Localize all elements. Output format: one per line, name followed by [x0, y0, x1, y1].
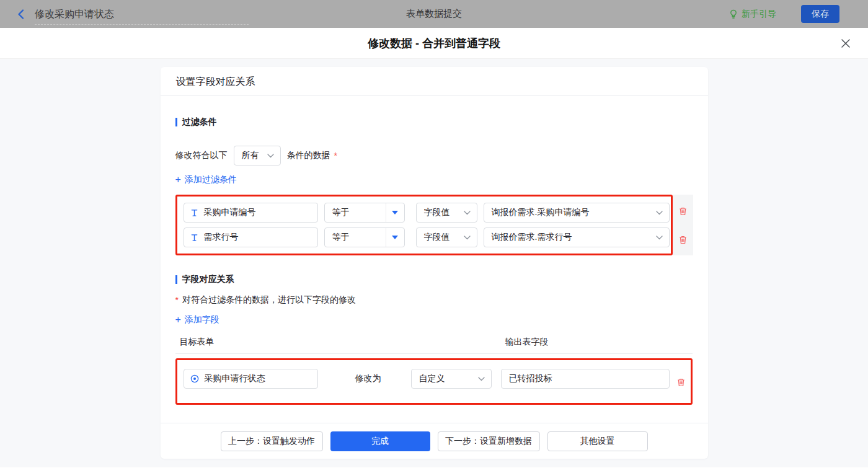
- match-prefix-label: 修改符合以下: [175, 150, 228, 161]
- table-header-divider: [175, 353, 693, 354]
- filter-operator-select[interactable]: 等于: [324, 203, 405, 223]
- filter-value-type: 字段值: [424, 232, 450, 243]
- highlight-box-filters: 采购申请编号 等于 字段值: [175, 195, 673, 255]
- modal-body: 设置字段对应关系 过滤条件 修改符合以下 所有 条件的数据: [0, 59, 868, 467]
- filter-value: 询报价需求.采购申请编号: [492, 207, 590, 218]
- mapping-field-select[interactable]: 采购申请行状态: [184, 369, 318, 389]
- topbar-left: 修改采购申请状态: [0, 0, 249, 28]
- required-mark: *: [175, 295, 179, 305]
- trash-icon: [678, 206, 688, 216]
- mapping-description: 对符合过滤条件的数据，进行以下字段的修改: [182, 294, 356, 306]
- text-field-icon: [190, 209, 198, 217]
- filter-value-type-select[interactable]: 字段值: [416, 227, 477, 247]
- chevron-down-icon: [478, 377, 485, 381]
- chevron-down-icon: [656, 236, 663, 240]
- filter-delete-column: [673, 195, 693, 255]
- match-mode-select[interactable]: 所有: [234, 146, 281, 166]
- mapping-description-row: * 对符合过滤条件的数据，进行以下字段的修改: [175, 294, 693, 306]
- filter-operator-value: 等于: [325, 207, 386, 218]
- filter-field-value: 采购申请编号: [204, 207, 256, 218]
- filter-rows-area: 采购申请编号 等于 字段值: [175, 195, 673, 255]
- add-field-label: 添加字段: [185, 314, 219, 325]
- add-filter-condition-label: 添加过滤条件: [185, 174, 237, 185]
- plus-icon: +: [175, 175, 181, 184]
- filter-operator-select[interactable]: 等于: [324, 227, 405, 247]
- add-field-link[interactable]: + 添加字段: [175, 314, 219, 325]
- filter-value: 询报价需求.需求行号: [492, 232, 572, 243]
- lightbulb-icon: [729, 9, 738, 19]
- highlight-box-mapping: 采购申请行状态 修改为 自定义 已转招投标: [175, 358, 693, 405]
- value-mode: 自定义: [419, 373, 445, 384]
- caret-down-icon: [392, 236, 398, 239]
- mapping-field-value: 采购申请行状态: [205, 373, 265, 384]
- mapping-section-title: 字段对应关系: [175, 274, 693, 285]
- close-icon: [841, 38, 851, 48]
- filter-row: 需求行号 等于 字段值: [184, 227, 671, 247]
- chevron-down-icon: [464, 211, 471, 215]
- filter-value-select[interactable]: 询报价需求.需求行号: [484, 227, 670, 247]
- filter-field-value: 需求行号: [204, 232, 239, 243]
- mapping-settings-card: 设置字段对应关系 过滤条件 修改符合以下 所有 条件的数据: [161, 67, 708, 459]
- chevron-down-icon: [267, 154, 274, 158]
- topbar-right: 新手引导 保存: [729, 5, 868, 23]
- section-accent-bar: [175, 275, 177, 284]
- filter-value-type: 字段值: [424, 207, 450, 218]
- modal-title: 修改数据 - 合并到普通字段: [368, 36, 500, 51]
- custom-value-input[interactable]: 已转招投标: [501, 369, 670, 389]
- output-field-column-header: 输出表字段: [505, 337, 549, 348]
- caret-down-icon: [392, 211, 398, 214]
- prev-step-button[interactable]: 上一步：设置触发动作: [221, 431, 323, 451]
- modal-header: 修改数据 - 合并到普通字段: [0, 28, 868, 59]
- text-field-icon: [190, 234, 198, 242]
- beginner-guide-link[interactable]: 新手引导: [729, 9, 776, 20]
- chevron-down-icon: [656, 211, 663, 215]
- chevron-down-icon: [464, 236, 471, 240]
- radio-field-icon: [190, 374, 199, 383]
- mapping-table-header: 目标表单 输出表字段: [175, 337, 693, 347]
- filter-operator-value: 等于: [325, 232, 386, 243]
- match-suffix-label: 条件的数据: [287, 150, 330, 161]
- save-button[interactable]: 保存: [801, 5, 839, 23]
- trash-icon: [678, 235, 688, 244]
- filter-value-type-select[interactable]: 字段值: [416, 203, 477, 223]
- delete-mapping-row-button[interactable]: [675, 376, 688, 388]
- target-form-column-header: 目标表单: [180, 337, 215, 348]
- section-accent-bar: [175, 118, 177, 126]
- flow-title[interactable]: 修改采购申请状态: [35, 8, 249, 25]
- filter-value-select[interactable]: 询报价需求.采购申请编号: [484, 203, 670, 223]
- beginner-guide-label: 新手引导: [742, 9, 776, 20]
- filter-section-title: 过滤条件: [175, 117, 693, 128]
- other-settings-button[interactable]: 其他设置: [547, 431, 648, 451]
- chevron-left-icon: [16, 9, 26, 20]
- value-mode-select[interactable]: 自定义: [411, 369, 492, 389]
- filter-field-select[interactable]: 采购申请编号: [184, 203, 318, 223]
- done-button[interactable]: 完成: [330, 431, 430, 451]
- delete-filter-row-button[interactable]: [676, 205, 689, 217]
- topbar: 修改采购申请状态 表单数据提交 新手引导 保存: [0, 0, 868, 28]
- filter-row: 采购申请编号 等于 字段值: [184, 203, 671, 223]
- modify-to-label: 修改为: [355, 373, 381, 384]
- caret-zone: [386, 228, 404, 247]
- match-mode-row: 修改符合以下 所有 条件的数据 *: [175, 146, 693, 166]
- card-footer: 上一步：设置触发动作 完成 下一步：设置新增数据 其他设置: [161, 423, 708, 459]
- modify-data-modal: 修改数据 - 合并到普通字段 设置字段对应关系 过滤条件 修改符合以下 所有: [0, 28, 868, 468]
- match-mode-value: 所有: [242, 150, 259, 161]
- filter-section-label: 过滤条件: [182, 117, 217, 128]
- trash-icon: [676, 377, 686, 387]
- card-body: 过滤条件 修改符合以下 所有 条件的数据 * + 添加过滤条件: [161, 96, 708, 423]
- next-step-button[interactable]: 下一步：设置新增数据: [438, 431, 540, 451]
- card-title: 设置字段对应关系: [161, 67, 708, 96]
- caret-zone: [386, 203, 404, 222]
- required-mark: *: [334, 151, 337, 161]
- close-button[interactable]: [838, 36, 853, 51]
- back-button[interactable]: [16, 9, 26, 20]
- delete-filter-row-button[interactable]: [676, 233, 689, 245]
- plus-icon: +: [175, 316, 181, 324]
- filter-field-select[interactable]: 需求行号: [184, 227, 318, 247]
- mapping-section-label: 字段对应关系: [182, 274, 234, 285]
- add-filter-condition-link[interactable]: + 添加过滤条件: [175, 174, 237, 185]
